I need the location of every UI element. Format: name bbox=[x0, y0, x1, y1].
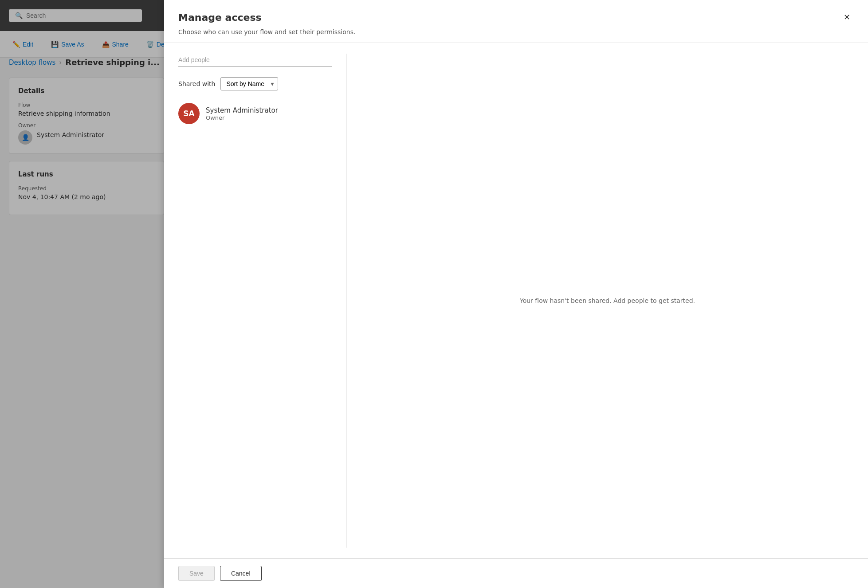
modal-footer: Save Cancel bbox=[164, 558, 868, 588]
user-avatar-large: SA bbox=[178, 103, 200, 124]
sort-select-wrapper: Sort by Name Sort by Role bbox=[220, 77, 278, 90]
user-name: System Administrator bbox=[206, 106, 278, 114]
modal-close-button[interactable]: ✕ bbox=[840, 11, 854, 24]
modal-right-section: Your flow hasn't been shared. Add people… bbox=[347, 54, 854, 548]
shared-with-row: Shared with Sort by Name Sort by Role bbox=[178, 77, 332, 90]
modal-subtitle: Choose who can use your flow and set the… bbox=[178, 28, 854, 35]
modal-panel: Manage access ✕ Choose who can use your … bbox=[164, 0, 868, 588]
modal-cancel-button[interactable]: Cancel bbox=[220, 566, 262, 581]
modal-body: Shared with Sort by Name Sort by Role SA… bbox=[164, 43, 868, 558]
modal-save-button[interactable]: Save bbox=[178, 566, 215, 581]
user-info: System Administrator Owner bbox=[206, 106, 278, 121]
modal-left-section: Shared with Sort by Name Sort by Role SA… bbox=[178, 54, 347, 548]
modal-header: Manage access ✕ Choose who can use your … bbox=[164, 0, 868, 43]
modal-title: Manage access bbox=[178, 12, 262, 23]
sort-select[interactable]: Sort by Name Sort by Role bbox=[220, 77, 278, 90]
shared-with-label: Shared with bbox=[178, 80, 215, 87]
user-role: Owner bbox=[206, 114, 278, 121]
modal-title-row: Manage access ✕ bbox=[178, 11, 854, 24]
no-share-message: Your flow hasn't been shared. Add people… bbox=[520, 297, 695, 304]
add-people-input[interactable] bbox=[178, 54, 332, 67]
user-initials: SA bbox=[183, 109, 194, 118]
user-entry: SA System Administrator Owner bbox=[178, 99, 332, 128]
